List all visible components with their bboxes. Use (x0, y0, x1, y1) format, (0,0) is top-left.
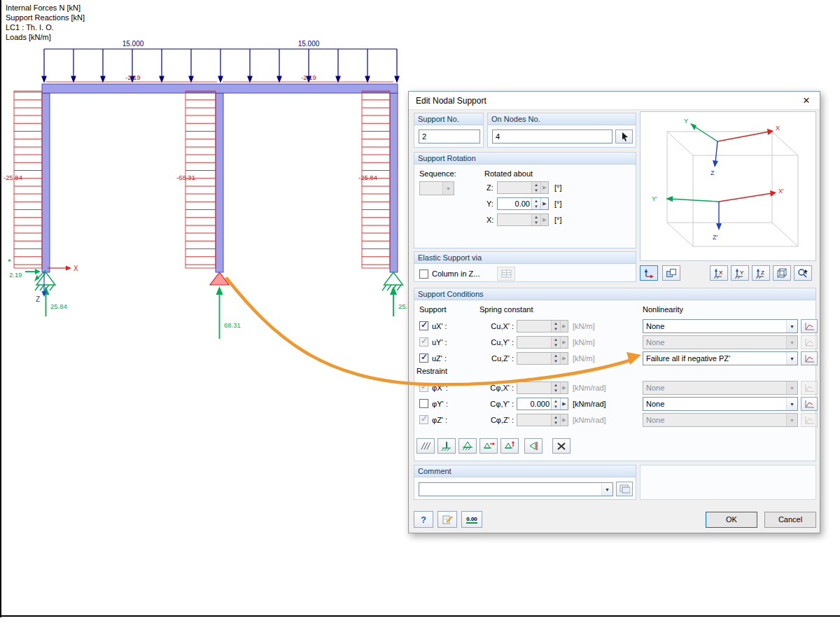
chevron-down-icon[interactable] (786, 352, 797, 365)
preset-column-button[interactable] (438, 438, 456, 454)
view-z-button[interactable]: Z (752, 265, 770, 281)
chevron-down-icon[interactable] (601, 483, 612, 496)
preset-pinned-x-button[interactable] (479, 438, 498, 454)
comment-browse-button[interactable] (616, 482, 633, 496)
ux-nonlinearity-value: None (643, 322, 786, 330)
sliding-support-icon (527, 441, 540, 451)
preset-free-button[interactable] (416, 438, 435, 454)
support-middle-selected[interactable] (210, 272, 229, 285)
rotation-x-input (498, 214, 531, 225)
phiy-nonlinearity-edit-button[interactable] (801, 397, 818, 411)
support-no-header: Support No. (414, 113, 483, 125)
spinner-detail-icon (560, 414, 568, 426)
n-value-column-right: -25.84 (358, 174, 377, 181)
spinner-detail-icon[interactable] (560, 398, 568, 410)
close-icon (803, 97, 811, 105)
preset-pinned-button[interactable] (458, 438, 477, 454)
phix-nonlinearity-value: None (643, 384, 786, 392)
chevron-down-icon[interactable] (786, 320, 797, 332)
view-y-button[interactable]: Y (731, 265, 749, 281)
clear-support-button[interactable] (552, 438, 570, 454)
phiy-nonlinearity-select[interactable]: None (643, 397, 798, 411)
phix-checkbox (419, 383, 428, 392)
preview-yp-label: Y' (652, 195, 657, 202)
phiy-label: φY' : (432, 400, 448, 408)
phiy-checkbox[interactable] (419, 399, 428, 408)
model-view[interactable]: 15.000 15.000 -2.19 -2.19 -25.84 -68.31 … (0, 0, 420, 364)
cancel-button[interactable]: Cancel (764, 512, 816, 528)
cux-label: Cu,X' : (475, 322, 514, 330)
cphiy-input[interactable] (517, 398, 551, 410)
support-left[interactable] (35, 272, 55, 290)
spinner-detail-icon (560, 382, 568, 393)
diagram-icon (804, 354, 815, 363)
on-nodes-input[interactable] (492, 130, 612, 144)
phiz-nonlinearity-edit-button (801, 413, 818, 427)
comment-combobox[interactable] (419, 482, 613, 496)
support-axes (666, 190, 776, 230)
n-value-column-left: -25.84 (4, 174, 22, 181)
clear-x-icon (556, 442, 566, 451)
chevron-down-icon[interactable] (786, 398, 797, 410)
distributed-load (42, 49, 399, 82)
sequence-label: Sequence: (419, 169, 456, 178)
preset-pinned-y-button[interactable] (500, 438, 519, 454)
member-column-right[interactable] (390, 93, 398, 272)
restraint-label: Restraint (416, 367, 447, 375)
spinner-up-down-icon[interactable] (551, 398, 560, 410)
support-no-input[interactable] (419, 130, 480, 144)
spinner-up-down-icon[interactable] (531, 198, 540, 209)
global-axes (690, 123, 774, 167)
member-column-middle[interactable] (216, 93, 223, 272)
ux-checkbox[interactable] (419, 321, 428, 330)
n-value-beam-left: -2.19 (125, 74, 141, 81)
spinner-detail-icon[interactable] (540, 198, 548, 209)
rotation-y-input[interactable] (498, 198, 531, 209)
help-button[interactable] (414, 511, 433, 528)
pick-nodes-button[interactable] (615, 130, 633, 144)
units-icon: 0.00 (466, 516, 477, 524)
on-nodes-group: On Nodes No. (487, 113, 636, 148)
cphiz-input (517, 414, 551, 426)
cphix-spinner (517, 382, 568, 394)
dialog-titlebar[interactable]: Edit Nodal Support (409, 92, 820, 110)
comment-input[interactable] (419, 485, 601, 493)
axes-orientation-button[interactable] (640, 265, 658, 281)
units-button[interactable]: 0.00 (461, 511, 482, 528)
rotation-z-unit: [°] (554, 183, 562, 192)
diagram-icon (804, 416, 815, 425)
rotation-x-unit: [°] (554, 216, 562, 224)
member-beam[interactable] (42, 84, 398, 93)
support-preview-panel[interactable]: X Y Z X' Y' Z' (640, 111, 816, 261)
support-display-button[interactable] (662, 265, 680, 281)
ux-nonlinearity-edit-button[interactable] (801, 319, 818, 333)
preset-sliding-button[interactable] (524, 438, 542, 454)
isometric-view-button[interactable] (773, 265, 791, 281)
phix-nonlinearity-edit-button (801, 381, 818, 395)
uz-checkbox[interactable] (419, 354, 428, 363)
uy-checkbox (419, 337, 428, 346)
member-column-left[interactable] (42, 93, 50, 272)
support-right[interactable] (382, 272, 403, 290)
phiz-nonlinearity-value: None (643, 416, 786, 424)
uz-nonlinearity-edit-button[interactable] (801, 351, 818, 365)
close-button[interactable] (797, 94, 816, 108)
ux-nonlinearity-select[interactable]: None (643, 319, 798, 333)
elastic-support-header: Elastic Support via (414, 252, 636, 264)
uz-nonlinearity-select[interactable]: Failure all if negative PZ' (643, 351, 798, 365)
ok-button[interactable]: OK (706, 512, 757, 528)
cuz-unit: [kN/m] (573, 354, 595, 363)
help-icon (421, 514, 426, 525)
comment-template-button[interactable] (438, 511, 457, 528)
load-value-right: 15.000 (298, 40, 320, 48)
comment-list-icon (620, 484, 630, 493)
zoom-cursor-button[interactable] (794, 265, 812, 281)
cursor-icon (620, 132, 629, 141)
spinner-detail-icon (540, 182, 548, 193)
phix-nonlinearity-select: None (643, 381, 798, 395)
chevron-down-icon (786, 382, 797, 394)
view-x-button[interactable]: X (710, 265, 728, 281)
load-value-left: 15.000 (122, 40, 144, 48)
cuy-unit: [kN/m] (573, 338, 595, 346)
column-in-z-checkbox[interactable] (419, 270, 428, 279)
